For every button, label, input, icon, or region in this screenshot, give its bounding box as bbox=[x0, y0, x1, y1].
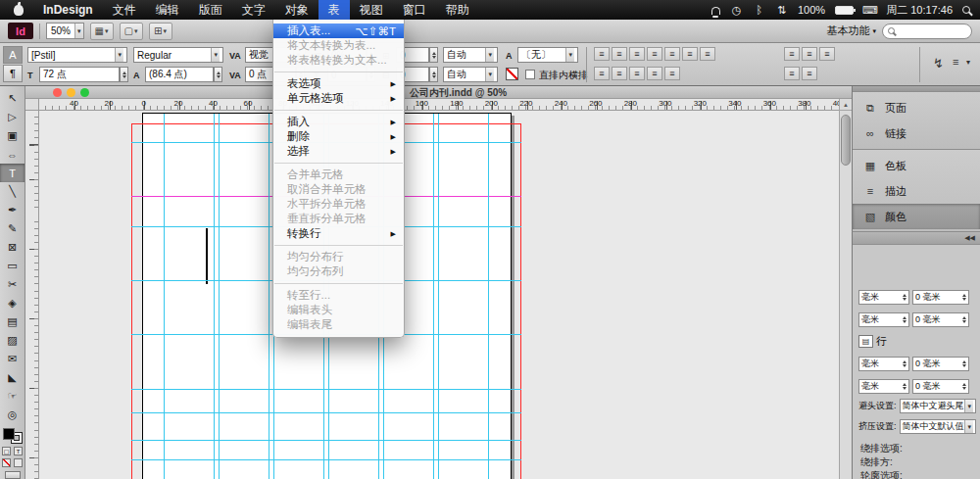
vertical-align-top-button[interactable]: ≡ bbox=[784, 47, 800, 61]
stepper[interactable] bbox=[960, 294, 966, 301]
spotlight-icon[interactable] bbox=[962, 6, 970, 14]
unit-field[interactable]: 0 毫米 bbox=[912, 312, 969, 327]
ruler-guide[interactable] bbox=[131, 412, 521, 413]
apply-color-button[interactable] bbox=[14, 458, 23, 467]
unit-field[interactable]: 0 毫米 bbox=[912, 290, 969, 305]
side-panel-select[interactable]: 简体中文默认值▾ bbox=[900, 419, 976, 434]
stepper[interactable] bbox=[960, 360, 966, 367]
battery-icon[interactable] bbox=[835, 6, 854, 15]
eyedropper-tool[interactable]: ◣ bbox=[0, 368, 24, 387]
quick-apply-lightning-icon[interactable]: ↯ bbox=[933, 56, 944, 71]
notification-bell-icon[interactable] bbox=[711, 7, 720, 15]
workspace-switcher[interactable]: 基本功能 ▾ bbox=[826, 24, 876, 38]
column-guide[interactable] bbox=[219, 114, 220, 479]
stepper-down-icon[interactable] bbox=[903, 298, 906, 301]
grid-align-center-button[interactable]: ≡ bbox=[802, 67, 817, 80]
indent-right-button[interactable]: ≡ bbox=[629, 67, 645, 80]
unit-field[interactable]: 0 毫米 bbox=[912, 379, 969, 394]
view-options-button[interactable]: ▦▾ bbox=[90, 23, 114, 40]
selection-tool[interactable]: ↖ bbox=[0, 89, 24, 108]
stepper-up-icon[interactable] bbox=[432, 72, 436, 74]
menu-item-insert[interactable]: 插入▶ bbox=[273, 115, 404, 129]
stepper-down-icon[interactable] bbox=[217, 75, 220, 78]
page-tool[interactable]: ▣ bbox=[0, 126, 24, 145]
menu-item-insert-table[interactable]: 插入表...⌥⇧⌘T bbox=[273, 24, 404, 38]
justify-left-button[interactable]: ≡ bbox=[647, 47, 662, 61]
rectangle-tool[interactable]: ▭ bbox=[0, 257, 24, 275]
menu-item-table-options[interactable]: 表选项▶ bbox=[273, 76, 404, 91]
grid-count-stepper-2[interactable] bbox=[429, 67, 438, 82]
note-tool[interactable]: ✉ bbox=[0, 350, 24, 368]
scissors-tool[interactable]: ✂ bbox=[0, 275, 24, 294]
gap-tool[interactable]: ⇔ bbox=[0, 145, 24, 164]
arrange-documents-button[interactable]: ⊞▾ bbox=[149, 23, 172, 40]
justify-all-button[interactable]: ≡ bbox=[700, 47, 715, 61]
align-right-button[interactable]: ≡ bbox=[629, 47, 645, 61]
align-left-button[interactable]: ≡ bbox=[594, 47, 610, 61]
dock-item-pages[interactable]: ⧉页面 bbox=[853, 95, 980, 120]
unit-field[interactable]: 毫米 bbox=[858, 312, 909, 327]
font-style-select[interactable]: Regular▾ bbox=[133, 47, 223, 63]
direct-selection-tool[interactable]: ▷ bbox=[0, 108, 24, 126]
search-field[interactable] bbox=[882, 24, 972, 39]
ruler-guide[interactable] bbox=[131, 389, 521, 390]
character-style-select[interactable]: [Pstil]▾ bbox=[27, 47, 127, 63]
unit-field[interactable]: 毫米 bbox=[858, 290, 909, 305]
stepper-up-icon[interactable] bbox=[962, 294, 966, 297]
auto-kerning-select[interactable]: 自动▾ bbox=[443, 67, 498, 82]
ruler-guide[interactable] bbox=[131, 459, 521, 460]
grid-count-stepper[interactable] bbox=[429, 47, 438, 63]
stepper-up-icon[interactable] bbox=[962, 316, 966, 319]
character-color-select[interactable]: 〔无〕▾ bbox=[517, 47, 578, 63]
formatting-affects-text-icon[interactable]: T bbox=[14, 447, 23, 455]
stepper-up-icon[interactable] bbox=[122, 72, 126, 74]
auto-leading-select[interactable]: 自动▾ bbox=[443, 47, 498, 63]
paragraph-formatting-toggle[interactable]: ¶ bbox=[3, 65, 23, 82]
vertical-scrollbar[interactable]: ▲ bbox=[839, 99, 852, 479]
leading-field[interactable]: (86.4 点) bbox=[145, 67, 214, 82]
pasteboard[interactable] bbox=[39, 111, 839, 479]
leading-stepper[interactable] bbox=[214, 67, 222, 82]
stepper-up-icon[interactable] bbox=[432, 52, 436, 55]
window-minimize-button[interactable] bbox=[67, 88, 75, 97]
unit-field[interactable]: 0 毫米 bbox=[912, 357, 969, 371]
stepper[interactable] bbox=[901, 383, 906, 390]
ruler-guide[interactable] bbox=[131, 440, 521, 441]
menubar-item-8[interactable]: 窗口 bbox=[393, 0, 436, 20]
menubar-app-name[interactable]: InDesign bbox=[33, 0, 103, 20]
screen-mode-button[interactable] bbox=[5, 471, 21, 479]
stepper-down-icon[interactable] bbox=[903, 364, 906, 367]
bluetooth-icon[interactable]: ᛒ bbox=[753, 3, 765, 17]
ruler-origin-corner[interactable] bbox=[25, 99, 39, 111]
zoom-tool[interactable]: ◎ bbox=[0, 406, 24, 424]
window-close-button[interactable] bbox=[53, 88, 62, 97]
line-tool[interactable]: ╲ bbox=[0, 182, 24, 201]
formatting-affects-container-icon[interactable]: ▢ bbox=[2, 447, 11, 455]
justify-center-button[interactable]: ≡ bbox=[664, 47, 680, 61]
gradient-feather-tool[interactable]: ▨ bbox=[0, 331, 24, 350]
stepper[interactable] bbox=[960, 383, 966, 390]
menubar-item-7[interactable]: 视图 bbox=[350, 0, 393, 20]
menubar-item-5[interactable]: 对象 bbox=[275, 0, 318, 20]
column-guide[interactable] bbox=[214, 114, 215, 479]
font-size-field[interactable]: 72 点 bbox=[39, 67, 120, 82]
stepper-down-icon[interactable] bbox=[962, 298, 966, 301]
pen-tool[interactable]: ✒ bbox=[0, 201, 24, 219]
vertical-in-horizontal-checkbox[interactable] bbox=[525, 70, 535, 79]
menubar-item-9[interactable]: 帮助 bbox=[436, 0, 479, 20]
horizontal-ruler[interactable]: 4020020406080100120140160180200220240260… bbox=[39, 99, 839, 111]
free-transform-tool[interactable]: ◈ bbox=[0, 294, 24, 312]
indent-left-button[interactable]: ≡ bbox=[594, 67, 610, 80]
menubar-item-3[interactable]: 版面 bbox=[189, 0, 232, 20]
menubar-item-1[interactable]: 文件 bbox=[103, 0, 146, 20]
unit-field[interactable]: 毫米 bbox=[858, 379, 909, 394]
column-guide[interactable] bbox=[488, 114, 489, 479]
rectangle-frame-tool[interactable]: ⊠ bbox=[0, 238, 24, 257]
grid-align-top-button[interactable]: ≡ bbox=[784, 67, 800, 80]
dock-item-swatches[interactable]: ▦色板 bbox=[853, 153, 980, 178]
dock-item-color[interactable]: ▧颜色 bbox=[853, 204, 980, 229]
menubar-clock[interactable]: 周二 10:17:46 bbox=[886, 3, 953, 18]
stepper-down-icon[interactable] bbox=[122, 75, 126, 78]
panel-menu-icon[interactable]: ≡ bbox=[953, 56, 958, 68]
menu-item-delete[interactable]: 删除▶ bbox=[273, 129, 404, 144]
